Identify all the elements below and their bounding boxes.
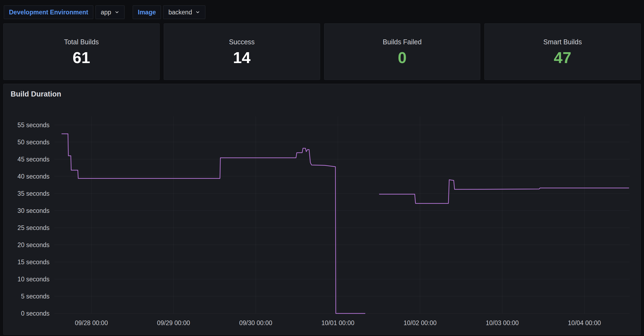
duration-series-line — [62, 134, 365, 313]
y-tick-label: 20 seconds — [17, 241, 49, 248]
y-tick-label: 15 seconds — [17, 259, 49, 266]
stat-value: 61 — [73, 50, 90, 66]
x-tick-label: 10/04 00:00 — [568, 319, 601, 326]
variable-value-text: backend — [168, 9, 192, 16]
variable-label-image: Image — [133, 5, 161, 19]
stat-panel-smart-builds: Smart Builds 47 — [484, 23, 641, 80]
y-tick-label: 0 seconds — [21, 310, 49, 317]
y-tick-label: 55 seconds — [17, 122, 49, 129]
stat-title: Total Builds — [64, 38, 99, 46]
y-tick-label: 25 seconds — [17, 224, 49, 231]
stats-row: Total Builds 61 Success 14 Builds Failed… — [3, 23, 641, 80]
stat-title: Smart Builds — [543, 38, 582, 46]
x-tick-label: 10/02 00:00 — [404, 319, 437, 326]
variable-value-dropdown-app[interactable]: app — [95, 5, 124, 19]
x-tick-label: 10/03 00:00 — [486, 319, 519, 326]
variable-label-text: Image — [138, 9, 156, 16]
build-duration-chart[interactable]: 0 seconds5 seconds10 seconds15 seconds20… — [7, 103, 638, 328]
y-tick-label: 30 seconds — [17, 207, 49, 214]
y-tick-label: 10 seconds — [17, 276, 49, 283]
x-tick-label: 10/01 00:00 — [321, 319, 355, 326]
chevron-down-icon — [114, 10, 119, 15]
stat-panel-total-builds: Total Builds 61 — [3, 23, 160, 80]
stat-panel-success: Success 14 — [164, 23, 320, 80]
stat-value: 47 — [554, 50, 571, 66]
dashboard-variables-toolbar: Development Environment app Image backen… — [0, 0, 644, 23]
duration-series-line — [379, 180, 629, 203]
y-tick-label: 40 seconds — [17, 173, 49, 180]
variable-group-environment: Development Environment app — [4, 5, 125, 19]
y-tick-label: 45 seconds — [17, 156, 49, 163]
stat-value: 0 — [398, 50, 407, 66]
x-tick-label: 09/29 00:00 — [157, 319, 190, 326]
panel-title: Build Duration — [7, 89, 638, 98]
stat-title: Builds Failed — [383, 38, 422, 46]
variable-label-text: Development Environment — [9, 9, 88, 16]
x-tick-label: 09/28 00:00 — [75, 319, 108, 326]
variable-value-dropdown-backend[interactable]: backend — [163, 5, 205, 19]
y-tick-label: 5 seconds — [21, 293, 49, 300]
stat-title: Success — [229, 38, 255, 46]
stat-value: 14 — [233, 50, 251, 66]
chevron-down-icon — [195, 10, 200, 15]
variable-label-development-environment: Development Environment — [4, 5, 93, 19]
variable-group-image: Image backend — [133, 5, 205, 19]
variable-value-text: app — [101, 9, 111, 16]
build-duration-panel: Build Duration 0 seconds5 seconds10 seco… — [3, 84, 641, 335]
y-tick-label: 35 seconds — [17, 190, 49, 197]
x-tick-label: 09/30 00:00 — [239, 319, 272, 326]
y-tick-label: 50 seconds — [17, 139, 49, 146]
stat-panel-builds-failed: Builds Failed 0 — [324, 23, 481, 80]
